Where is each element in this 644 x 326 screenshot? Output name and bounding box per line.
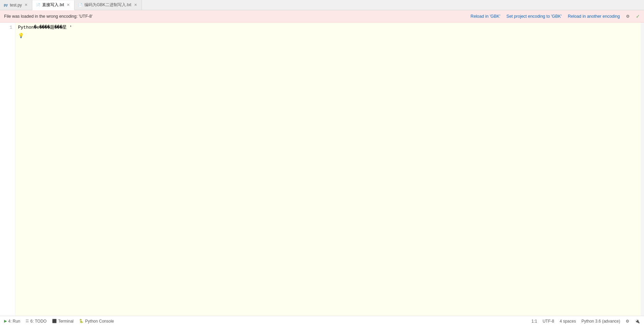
error-message: File was loaded in the wrong encoding: '… [4, 14, 93, 19]
set-project-encoding-button[interactable]: Set project encoding to 'GBK' [507, 14, 562, 19]
indent-label: 4 spaces [560, 319, 576, 324]
python-console-icon: 🐍 [79, 319, 84, 323]
todo-panel-button[interactable]: ☰ 6: TODO [26, 319, 47, 324]
editor-container: 1 Python�e����题���星 ' 💡 [0, 22, 644, 316]
python-console-panel-button[interactable]: 🐍 Python Console [79, 319, 114, 324]
reload-gbk-button[interactable]: Reload in 'GBK' [470, 14, 500, 19]
tab-test-py-label: test.py [10, 3, 22, 7]
terminal-panel-button[interactable]: ⬛ Terminal [52, 319, 73, 324]
status-power-icon: 🔌 [635, 319, 640, 324]
python-console-label: Python Console [85, 319, 114, 324]
cursor-position[interactable]: 1:1 [531, 319, 537, 324]
status-bar-left: ▶ 4: Run ☰ 6: TODO ⬛ Terminal 🐍 Python C… [4, 319, 114, 324]
position-label: 1:1 [531, 319, 537, 324]
encoding-label: UTF-8 [543, 319, 554, 324]
tab-gbk-write[interactable]: 📄 编码为GBK二进制写入.txt ✕ [75, 0, 142, 10]
line-1-text: Python�e����题���星 ' [18, 24, 72, 31]
encoding-settings-icon[interactable]: ⚙ [626, 14, 630, 19]
txt-file-icon-2: 📄 [78, 3, 83, 7]
run-panel-button[interactable]: ▶ 4: Run [4, 319, 20, 324]
terminal-label: Terminal [58, 319, 73, 324]
line-number-1: 1 [3, 24, 12, 31]
file-encoding[interactable]: UTF-8 [543, 319, 554, 324]
reload-another-encoding-button[interactable]: Reload in another encoding [568, 14, 620, 19]
indentation[interactable]: 4 spaces [560, 319, 576, 324]
tab-gbk-write-label: 编码为GBK二进制写入.txt [84, 2, 131, 8]
error-bar: File was loaded in the wrong encoding: '… [0, 10, 644, 22]
tab-test-py-close[interactable]: ✕ [23, 2, 29, 7]
py-file-icon: py [3, 3, 8, 7]
status-gear-icon: ⚙ [626, 319, 629, 324]
tab-direct-write-label: 直接写入.txt [42, 2, 64, 8]
lightbulb-icon[interactable]: 💡 [18, 32, 24, 40]
tab-test-py[interactable]: py test.py ✕ [0, 0, 32, 10]
tab-gbk-write-close[interactable]: ✕ [133, 2, 138, 7]
todo-icon: ☰ [26, 319, 29, 323]
status-bar: ▶ 4: Run ☰ 6: TODO ⬛ Terminal 🐍 Python C… [0, 316, 644, 326]
txt-file-icon-1: 📄 [36, 2, 40, 7]
tab-direct-write-close[interactable]: ✕ [66, 2, 71, 7]
terminal-icon: ⬛ [52, 319, 57, 323]
python-interpreter[interactable]: Python 3.6 (advance) [581, 319, 620, 324]
status-bar-right: 1:1 UTF-8 4 spaces Python 3.6 (advance) … [531, 319, 640, 324]
tab-bar: py test.py ✕ 📄 直接写入.txt ✕ 📄 编码为GBK二进制写入.… [0, 0, 644, 10]
status-power-button[interactable]: 🔌 [635, 319, 640, 324]
scrollbar[interactable] [641, 22, 644, 316]
error-bar-actions: Reload in 'GBK' Set project encoding to … [470, 14, 640, 19]
todo-label: 6: TODO [30, 319, 47, 324]
editor-line-1: Python�e����题���星 ' 💡 [18, 24, 641, 40]
editor-content[interactable]: Python�e����题���星 ' 💡 [15, 22, 641, 316]
line-numbers: 1 [0, 22, 15, 316]
run-icon: ▶ [4, 319, 7, 323]
tab-direct-write[interactable]: 📄 直接写入.txt ✕ [32, 0, 75, 10]
interpreter-label: Python 3.6 (advance) [581, 319, 620, 324]
status-settings-button[interactable]: ⚙ [626, 319, 629, 324]
run-label: 4: Run [8, 319, 20, 324]
encoding-confirm-icon[interactable]: ✓ [636, 14, 640, 19]
